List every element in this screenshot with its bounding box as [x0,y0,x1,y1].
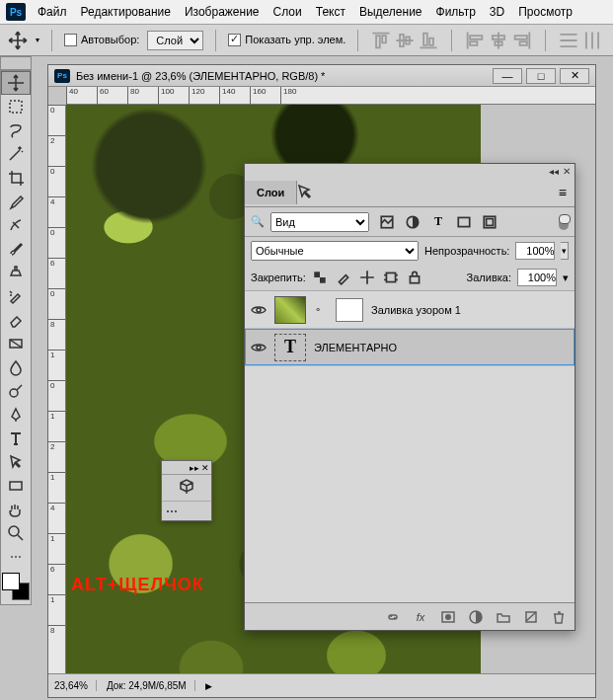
align-right-icon[interactable] [511,30,533,51]
lock-artboard-icon[interactable] [383,270,399,285]
align-top-icon[interactable] [370,30,392,51]
magic-wand-tool[interactable] [1,142,31,166]
panel-expand-icon[interactable]: ▸▸ [190,463,199,473]
menu-edit[interactable]: Редактирование [81,5,171,19]
show-controls-checkbox[interactable]: Показать упр. элем. [228,34,345,47]
ruler-tick: 6 [48,564,65,594]
menu-text[interactable]: Текст [316,5,345,19]
vertical-ruler[interactable]: 0 2 0 4 0 6 0 8 1 0 1 2 1 4 1 6 1 8 [48,105,66,673]
document-titlebar[interactable]: Ps Без имени-1 @ 23,6% (ЭЛЕМЕНТАРНО, RGB… [48,65,595,87]
fill-label: Заливка: [467,272,511,283]
eyedropper-tool[interactable] [1,190,31,213]
blend-mode-select[interactable]: Обычные [251,241,419,261]
autoselect-scope-select[interactable]: Слой [147,31,203,50]
layers-tab[interactable]: Слои [245,181,297,204]
menu-filter[interactable]: Фильтр [436,5,476,19]
fill-input[interactable] [517,269,557,286]
autoselect-checkbox[interactable]: Автовыбор: [64,34,139,47]
filter-shape-icon[interactable] [456,214,472,230]
lock-all-icon[interactable] [407,270,422,285]
marquee-tool[interactable] [1,95,31,118]
zoom-tool[interactable] [1,521,31,545]
blur-tool[interactable] [1,355,31,379]
status-flyout-icon[interactable]: ▶ [205,681,212,691]
type-tool[interactable] [1,427,31,450]
zoom-readout[interactable]: 23,64% [54,680,97,691]
tool-dropdown-icon[interactable]: ▾ [36,36,39,44]
layer-name[interactable]: ЭЛЕМЕНТАРНО [314,342,397,353]
filter-type-icon[interactable]: T [430,214,446,230]
menu-view[interactable]: Просмотр [518,5,573,19]
visibility-toggle-icon[interactable] [251,340,267,355]
text-layer-thumbnail[interactable]: T [274,334,306,361]
pen-tool[interactable] [1,403,31,427]
color-swatches[interactable] [2,573,30,600]
foreground-swatch[interactable] [2,573,20,590]
filter-adjustment-icon[interactable] [405,214,421,230]
align-vcenter-icon[interactable] [394,30,416,51]
path-selection-tool[interactable] [1,450,31,474]
new-adjustment-icon[interactable] [468,609,484,625]
hand-tool[interactable] [1,498,31,521]
svg-rect-9 [487,218,494,225]
history-brush-tool[interactable] [1,284,31,308]
healing-brush-tool[interactable] [1,213,31,237]
delete-layer-icon[interactable] [551,609,567,625]
move-tool[interactable] [1,71,31,95]
menu-select[interactable]: Выделение [359,5,422,19]
horizontal-ruler[interactable]: 40 60 80 100 120 140 160 180 [66,87,595,105]
filter-pixel-icon[interactable] [379,214,395,230]
window-close-button[interactable]: ✕ [560,68,589,84]
lasso-tool[interactable] [1,118,31,142]
lock-pixels-icon[interactable] [336,270,351,285]
align-bottom-icon[interactable] [418,30,439,51]
crop-tool[interactable] [1,166,31,190]
layer-mask-thumbnail[interactable] [336,298,363,322]
window-maximize-button[interactable]: □ [526,68,556,84]
clone-stamp-tool[interactable] [1,261,31,284]
dodge-tool[interactable] [1,379,31,403]
edit-toolbar-button[interactable]: ⋯ [1,545,31,569]
distribute-v-icon[interactable] [581,30,603,51]
menu-file[interactable]: Файл [38,5,67,19]
doc-size-readout[interactable]: Док: 24,9M/6,85M [107,680,195,691]
opacity-input[interactable] [515,242,555,260]
filter-type-select[interactable]: Вид [270,212,369,232]
new-layer-icon[interactable] [523,609,539,625]
visibility-toggle-icon[interactable] [251,302,267,318]
collapsed-panel[interactable]: ▸▸✕ ⋯ [161,460,212,521]
filter-toggle-switch[interactable] [559,214,569,230]
panel-close-icon[interactable]: ✕ [563,166,571,177]
filter-smart-icon[interactable] [482,214,498,230]
panel-menu-icon[interactable]: ≡ [551,185,575,200]
layer-thumbnail[interactable] [274,296,306,324]
menu-3d[interactable]: 3D [490,5,504,19]
menu-image[interactable]: Изображение [185,5,260,19]
panel-3d-icon[interactable] [178,477,195,499]
distribute-icon[interactable] [558,30,579,51]
toolbox-collapse-toggle[interactable] [0,56,32,70]
align-left-icon[interactable] [464,30,486,51]
lock-transparency-icon[interactable] [312,270,328,285]
menu-layers[interactable]: Слои [273,5,302,19]
gradient-tool[interactable] [1,332,31,355]
fill-dropdown-icon[interactable]: ▾ [563,272,569,284]
rectangle-tool[interactable] [1,474,31,498]
layer-row-text[interactable]: T ЭЛЕМЕНТАРНО [245,329,575,366]
link-layers-icon[interactable] [385,609,401,625]
layer-fx-icon[interactable]: fx [413,609,428,625]
new-group-icon[interactable] [496,609,511,625]
link-mask-icon[interactable]: ⚬ [314,304,326,315]
panel-collapse-icon[interactable]: ◂◂ [549,166,559,177]
panel-close-icon[interactable]: ✕ [201,463,209,473]
layer-name[interactable]: Заливка узором 1 [371,304,461,316]
lock-position-icon[interactable] [359,270,375,285]
add-mask-icon[interactable] [440,609,456,625]
eraser-tool[interactable] [1,308,31,332]
window-minimize-button[interactable]: — [493,68,522,84]
panel-options-icon[interactable]: ⋯ [166,505,178,518]
opacity-dropdown-icon[interactable]: ▾ [561,242,569,260]
brush-tool[interactable] [1,237,31,261]
align-hcenter-icon[interactable] [488,30,509,51]
layer-row-pattern-fill[interactable]: ⚬ Заливка узором 1 [245,291,575,329]
